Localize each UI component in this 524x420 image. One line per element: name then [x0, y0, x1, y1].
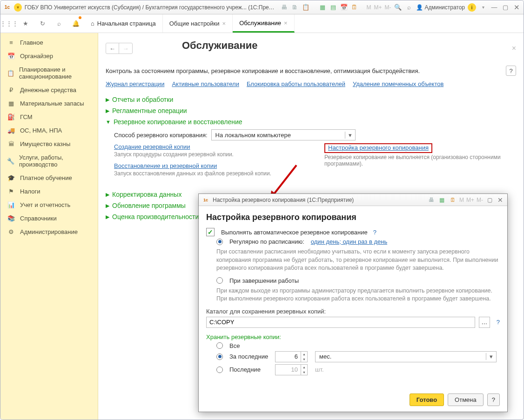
- info-icon[interactable]: i: [468, 3, 476, 12]
- minimize-icon[interactable]: —: [490, 3, 498, 12]
- m-minus[interactable]: M-: [384, 4, 391, 11]
- radio-schedule[interactable]: [216, 239, 223, 245]
- help-link-icon[interactable]: ?: [373, 229, 376, 236]
- m-minus[interactable]: M-: [477, 197, 483, 203]
- zoom-in-icon[interactable]: 🔍: [394, 3, 402, 12]
- keep-last-unit-select[interactable]: мес.▾: [315, 351, 497, 362]
- notifications-icon[interactable]: 🔔: [67, 14, 84, 33]
- link-backup-settings[interactable]: Настройка резервного копирования: [328, 144, 429, 151]
- spin-down-icon[interactable]: ▼: [301, 357, 307, 362]
- tab-maintenance[interactable]: Обслуживание×: [233, 14, 294, 33]
- table-icon[interactable]: ▤: [329, 3, 337, 12]
- close-icon[interactable]: ✕: [496, 196, 504, 204]
- calc-icon[interactable]: ▦: [318, 3, 326, 12]
- m-plus[interactable]: M+: [466, 197, 474, 203]
- history-icon[interactable]: ↻: [34, 14, 51, 33]
- link-delete-marked[interactable]: Удаление помеченных объектов: [353, 80, 443, 87]
- keep-last-n-input[interactable]: 6▲▼: [275, 351, 308, 362]
- calendar-icon[interactable]: 📅: [340, 3, 348, 12]
- sidebar-item-materials[interactable]: ▦Материальные запасы: [0, 97, 98, 110]
- auto-backup-checkbox[interactable]: ✓: [206, 228, 215, 236]
- nav-back-icon[interactable]: ←: [106, 43, 119, 53]
- chevron-right-icon: ▶: [106, 192, 109, 198]
- method-select[interactable]: На локальном компьютере ▾: [211, 129, 356, 140]
- spin-down-icon[interactable]: ▼: [301, 370, 307, 375]
- tab-close-icon[interactable]: ×: [284, 20, 288, 27]
- popup-footer: Готово Отмена ?: [410, 393, 500, 406]
- table-icon[interactable]: ▦: [438, 196, 446, 204]
- section-reglament[interactable]: ▶Регламентные операции: [106, 107, 516, 114]
- dropdown2-icon[interactable]: ▾: [479, 3, 487, 12]
- schedule-link[interactable]: один день; один раз в день: [311, 238, 387, 245]
- dir-help-icon[interactable]: ?: [497, 319, 500, 326]
- clipboard-icon[interactable]: 📋: [302, 3, 309, 12]
- m-clear[interactable]: M: [366, 4, 371, 11]
- sidebar-item-os[interactable]: 🚚ОС, НМА, НПА: [0, 124, 98, 137]
- help-button[interactable]: ?: [487, 393, 500, 406]
- sidebar-item-treasury[interactable]: 🏛Имущество казны: [0, 137, 98, 151]
- link-block-users[interactable]: Блокировка работы пользователей: [247, 80, 345, 87]
- sidebar-item-catalogs[interactable]: 📚Справочники: [0, 212, 98, 225]
- browse-button[interactable]: …: [479, 317, 490, 328]
- sidebar-item-gsm[interactable]: ⛽ГСМ: [0, 110, 98, 124]
- cancel-button[interactable]: Отмена: [448, 393, 484, 406]
- popup-title: Настройка резервного копирования: [206, 213, 500, 222]
- sidebar-item-services[interactable]: 🔧Услуги, работы, производство: [0, 151, 98, 171]
- close-window-icon[interactable]: ✕: [512, 3, 521, 12]
- print-icon[interactable]: 🖶: [280, 3, 288, 12]
- radio-keep-all[interactable]: [216, 342, 223, 349]
- spin-up-icon[interactable]: ▲: [301, 352, 307, 357]
- search-icon[interactable]: ⌕: [51, 14, 67, 33]
- link-create-backup[interactable]: Создание резервной копии: [114, 143, 306, 150]
- dropdown-icon[interactable]: ▾: [14, 3, 22, 12]
- sidebar-item-planning[interactable]: 📋Планирование и санкционирование: [0, 63, 98, 83]
- section-reports[interactable]: ▶Отчеты и обработки: [106, 96, 516, 103]
- sidebar-item-money[interactable]: ₽Денежные средства: [0, 83, 98, 97]
- sidebar-item-label: Имущество казны: [20, 140, 70, 147]
- chevron-right-icon: ▶: [106, 203, 109, 209]
- sidebar-item-accounting[interactable]: 📊Учет и отчетность: [0, 198, 98, 212]
- ok-button[interactable]: Готово: [410, 393, 444, 406]
- dropdown-arrow-icon[interactable]: ▾: [345, 132, 355, 139]
- print-icon[interactable]: 🖶: [427, 196, 436, 204]
- zoom-loupe-icon[interactable]: ⌕: [405, 3, 413, 12]
- calendar-icon[interactable]: 🗓: [449, 196, 457, 204]
- link-restore-backup[interactable]: Восстановление из резервной копии: [114, 162, 306, 169]
- save-icon[interactable]: 🗎: [291, 3, 299, 12]
- keep-n-input[interactable]: 10▲▼: [275, 364, 308, 375]
- apps-icon[interactable]: ⋮⋮⋮: [0, 14, 17, 33]
- tab-close-icon[interactable]: ×: [222, 20, 226, 27]
- tab-home[interactable]: ⌂Начальная страница: [84, 14, 163, 33]
- link-active-users[interactable]: Активные пользователи: [172, 80, 239, 87]
- gsm-icon: ⛽: [7, 113, 15, 120]
- planning-icon: 📋: [7, 70, 14, 77]
- maximize-icon[interactable]: ▢: [501, 3, 510, 12]
- page-close-icon[interactable]: ×: [512, 44, 516, 53]
- section-label: Оценка производительности: [112, 213, 199, 220]
- dir-input[interactable]: [206, 317, 475, 328]
- calendar2-icon[interactable]: 🗓: [350, 3, 358, 12]
- page-help-button[interactable]: ?: [506, 66, 516, 76]
- maximize-icon[interactable]: ▢: [485, 196, 494, 204]
- sidebar-item-label: Администрирование: [20, 228, 78, 235]
- keep-n-unit: шт.: [315, 366, 324, 373]
- sidebar-item-admin[interactable]: ⚙Администрирование: [0, 225, 98, 239]
- user-badge[interactable]: 👤Администратор: [416, 4, 465, 11]
- radio-keep-n[interactable]: [216, 367, 223, 373]
- sidebar-item-organizer[interactable]: 📅Органайзер: [0, 49, 98, 63]
- dropdown-arrow-icon[interactable]: ▾: [486, 353, 496, 360]
- radio-on-exit[interactable]: [216, 277, 223, 284]
- link-log[interactable]: Журнал регистрации: [106, 80, 164, 87]
- services-icon: 🔧: [7, 158, 14, 165]
- spin-up-icon[interactable]: ▲: [301, 365, 307, 370]
- m-plus[interactable]: M+: [374, 4, 382, 11]
- sidebar-item-main[interactable]: ≡Главное: [0, 36, 98, 49]
- favorite-icon[interactable]: ★: [17, 14, 34, 33]
- tab-general-settings[interactable]: Общие настройки×: [163, 14, 233, 33]
- section-backup[interactable]: ▼Резервное копирование и восстановление: [106, 118, 516, 126]
- m-clear[interactable]: M: [459, 197, 464, 203]
- sidebar-item-paid-edu[interactable]: 🎓Платное обучение: [0, 171, 98, 185]
- sidebar-item-taxes[interactable]: ⚑Налоги: [0, 185, 98, 198]
- radio-keep-last[interactable]: [216, 353, 223, 360]
- nav-forward-icon[interactable]: →: [119, 43, 132, 53]
